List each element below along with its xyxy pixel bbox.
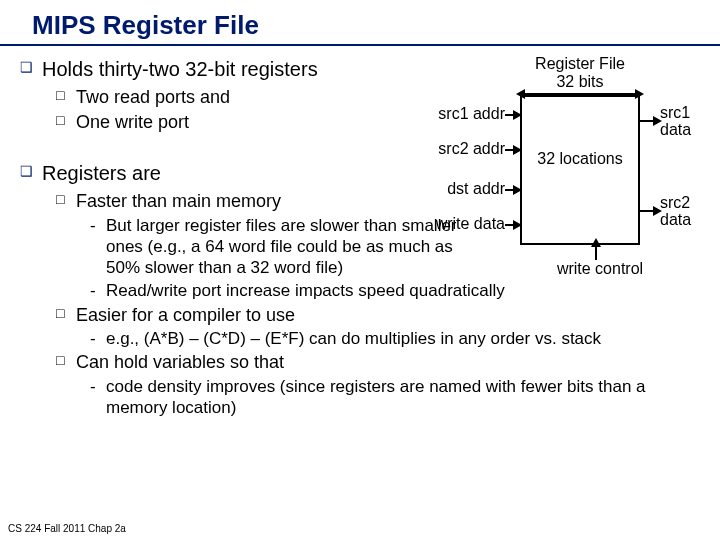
src2-addr-label: src2 addr [390,140,505,158]
dst-addr-label: dst addr [390,180,505,198]
title-underline [0,44,720,46]
bullet-hold-vars-note: code density improves (since registers a… [90,376,700,419]
src1-addr-label: src1 addr [390,105,505,123]
src1-data-label: src1 data [660,105,710,139]
bullet-easier: Easier for a compiler to use [56,304,700,327]
slide: MIPS Register File Holds thirty-two 32-b… [0,0,720,540]
bullet-hold-vars: Can hold variables so that [56,351,700,374]
register-file-diagram: Register File 32 bits 32 locations src1 … [385,55,705,285]
rf-locations-label: 32 locations [530,150,630,168]
rf-box [520,95,640,245]
rf-title: Register File [515,55,645,73]
write-control-label: write control [540,260,660,278]
bullet-easier-eg: e.g., (A*B) – (C*D) – (E*F) can do multi… [90,328,700,349]
footer-text: CS 224 Fall 2011 Chap 2a [8,523,126,534]
write-data-label: write data [390,215,505,233]
rf-bits-label: 32 bits [515,73,645,91]
src2-data-label: src2 data [660,195,710,229]
slide-title: MIPS Register File [32,10,259,41]
